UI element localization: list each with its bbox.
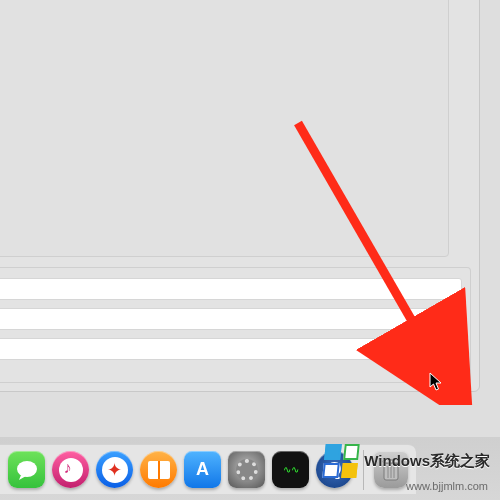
dock-app-safari[interactable]: ✦ xyxy=(96,451,133,488)
printer-add-sheet: 添加 xyxy=(0,0,480,392)
messages-icon xyxy=(16,460,38,480)
printer-location-field[interactable] xyxy=(0,308,462,330)
svg-point-3 xyxy=(17,461,37,477)
safari-icon: ✦ xyxy=(102,457,128,483)
select-stepper-icon xyxy=(448,341,459,357)
watermark-url: www.bjjmlm.com xyxy=(406,480,488,492)
appstore-icon: A xyxy=(196,459,209,480)
gear-icon xyxy=(236,459,258,481)
dock-app-books[interactable] xyxy=(140,451,177,488)
watermark-logo: Windows系统之家 xyxy=(324,444,490,478)
dock-app-itunes[interactable] xyxy=(52,451,89,488)
printer-list-area xyxy=(0,0,449,257)
activity-icon: ∿∿ xyxy=(283,465,299,475)
dock-app-messages[interactable] xyxy=(8,451,45,488)
dock-app-activity-monitor[interactable]: ∿∿ xyxy=(272,451,309,488)
windows-icon xyxy=(323,444,361,478)
dock-app-appstore[interactable]: A xyxy=(184,451,221,488)
books-icon xyxy=(148,461,170,479)
cursor-icon xyxy=(429,372,443,392)
printer-name-field[interactable] xyxy=(0,278,462,300)
printer-form xyxy=(0,267,471,383)
itunes-icon xyxy=(59,458,83,482)
svg-marker-2 xyxy=(430,373,441,390)
printer-use-select[interactable] xyxy=(0,338,462,360)
watermark-brand-text: Windows系统之家 xyxy=(364,452,490,471)
dock-app-system-preferences[interactable] xyxy=(228,451,265,488)
